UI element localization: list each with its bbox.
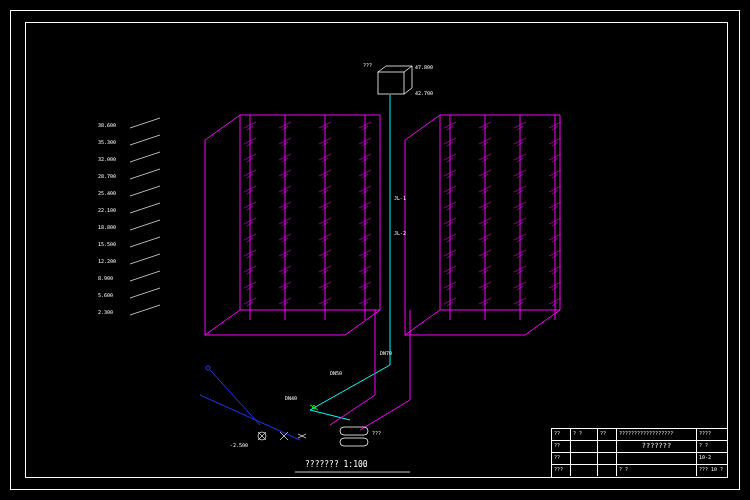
title-block: ?? ? ? ?? ?????????????????? ???? ?? ???…	[551, 428, 728, 478]
drawing-title: ??????? 1:100	[305, 460, 368, 469]
svg-line-31	[130, 237, 160, 247]
svg-line-9	[310, 365, 390, 410]
supply-cyan	[310, 95, 390, 420]
pipe-label-1: DN40	[285, 395, 297, 401]
floor-elev-0: 38.600	[98, 122, 116, 128]
svg-line-11	[200, 395, 300, 440]
building-outline-right	[405, 115, 560, 335]
tb-sheet2: 10-2	[697, 453, 727, 464]
cad-canvas: ??? 47.800 42.700 JL-1 JL-2 DN40 DN50 DN…	[0, 0, 750, 500]
svg-line-15	[330, 395, 375, 425]
svg-line-12	[210, 370, 260, 425]
water-tank	[378, 66, 412, 94]
tb-r2c3	[598, 441, 617, 452]
svg-rect-20	[378, 72, 404, 94]
tb-sheet4: ??? 10 ?	[697, 465, 727, 476]
svg-line-26	[130, 152, 160, 162]
floor-elev-2: 32.000	[98, 156, 116, 162]
building-outline-left	[205, 115, 380, 335]
tb-r2c2	[571, 441, 598, 452]
tb-r1c3: ??	[598, 429, 617, 440]
floor-elev-5: 22.100	[98, 207, 116, 213]
pipe-label-2: DN50	[330, 370, 342, 376]
svg-line-25	[130, 135, 160, 145]
floor-elev-8: 12.200	[98, 258, 116, 264]
floor-elev-9: 8.900	[98, 275, 113, 281]
svg-line-30	[130, 220, 160, 230]
svg-line-10	[310, 410, 350, 420]
floor-elev-7: 15.500	[98, 241, 116, 247]
drawing-svg	[0, 0, 750, 500]
floor-elev-11: 2.300	[98, 309, 113, 315]
pumps	[340, 427, 368, 446]
tb-r4c1: ???	[552, 465, 571, 476]
floor-elev-left	[130, 118, 160, 315]
tank-elev-bot: 42.700	[415, 90, 433, 96]
svg-line-34	[130, 288, 160, 298]
tank-elev-top: 47.800	[415, 64, 433, 70]
tb-r1-long: ??????????????????	[617, 429, 697, 440]
pump-label: ???	[372, 430, 381, 436]
svg-line-17	[360, 400, 410, 430]
floor-elev-1: 35.300	[98, 139, 116, 145]
floor-elev-4: 25.400	[98, 190, 116, 196]
inlet-elev: -2.500	[230, 442, 248, 448]
floor-elev-6: 18.800	[98, 224, 116, 230]
svg-line-28	[130, 186, 160, 196]
risers	[250, 115, 555, 320]
tb-r1c1: ??	[552, 429, 571, 440]
svg-line-24	[130, 118, 160, 128]
valve-symbols	[258, 432, 306, 440]
floor-elev-3: 28.700	[98, 173, 116, 179]
inlet-blue	[200, 366, 300, 440]
floor-elev-10: 5.600	[98, 292, 113, 298]
tb-main-title: ???????	[617, 441, 697, 452]
svg-line-29	[130, 203, 160, 213]
tb-sheet1: ? ?	[697, 441, 727, 452]
tank-label: ???	[363, 62, 372, 68]
tb-r2c1: ??	[552, 441, 571, 452]
riser-label-2: JL-2	[394, 230, 406, 236]
pipe-label-3: DN70	[380, 350, 392, 356]
svg-line-35	[130, 305, 160, 315]
riser-label-1: JL-1	[394, 195, 406, 201]
svg-rect-22	[340, 438, 368, 446]
tb-r1-end: ????	[697, 429, 727, 440]
tb-r3c1: ??	[552, 453, 571, 464]
svg-line-32	[130, 254, 160, 264]
svg-line-33	[130, 271, 160, 281]
svg-point-13	[206, 366, 210, 370]
tb-sheet3: ? ?	[617, 465, 697, 476]
svg-line-27	[130, 169, 160, 179]
tb-r1c2: ? ?	[571, 429, 598, 440]
